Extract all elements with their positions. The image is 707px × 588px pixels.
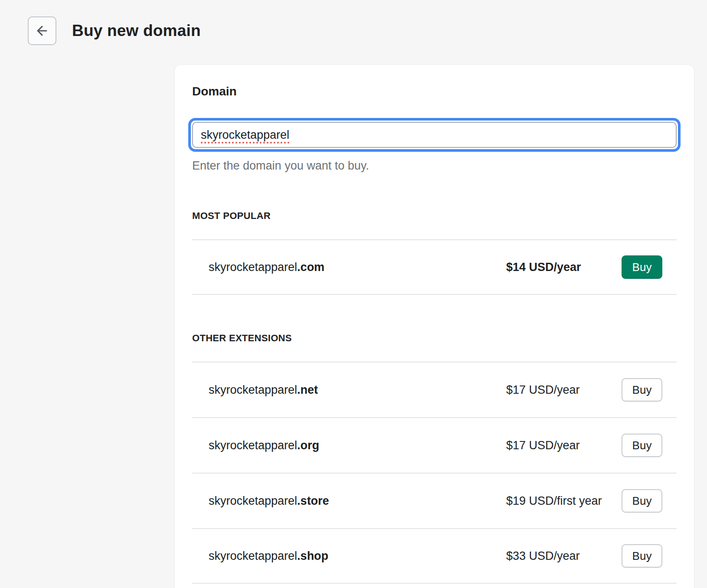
buy-button-shop[interactable]: Buy — [622, 544, 662, 568]
section-most-popular-label: MOST POPULAR — [192, 210, 677, 222]
domain-input-value: skyrocketapparel — [201, 128, 289, 142]
domain-name-store: skyrocketapparel.store — [209, 494, 506, 508]
domain-tld: .org — [297, 439, 319, 452]
domain-section-heading: Domain — [192, 84, 677, 99]
domain-prefix: skyrocketapparel — [209, 261, 297, 274]
buy-domain-card: Domain skyrocketapparel Enter the domain… — [175, 65, 694, 588]
domain-price-shop: $33 USD/year — [506, 549, 622, 563]
buy-button-com[interactable]: Buy — [622, 255, 662, 279]
domain-row-com: skyrocketapparel.com $14 USD/year Buy — [192, 239, 677, 295]
page-title: Buy new domain — [72, 22, 201, 40]
other-extensions-rows: skyrocketapparel.net $17 USD/year Buy sk… — [192, 362, 677, 584]
buy-button-store[interactable]: Buy — [622, 489, 662, 513]
domain-tld: .net — [297, 383, 318, 396]
most-popular-rows: skyrocketapparel.com $14 USD/year Buy — [192, 239, 677, 295]
page-header: Buy new domain — [0, 0, 707, 45]
domain-price-org: $17 USD/year — [506, 439, 622, 452]
domain-tld: .shop — [297, 549, 328, 562]
domain-search-input[interactable]: skyrocketapparel — [192, 122, 677, 148]
buy-button-org[interactable]: Buy — [622, 434, 662, 457]
domain-prefix: skyrocketapparel — [209, 439, 297, 452]
section-other-extensions: OTHER EXTENSIONS skyrocketapparel.net $1… — [192, 332, 677, 584]
domain-name-net: skyrocketapparel.net — [209, 383, 506, 397]
domain-prefix: skyrocketapparel — [209, 549, 297, 562]
domain-row-org: skyrocketapparel.org $17 USD/year Buy — [192, 417, 677, 473]
arrow-left-icon — [35, 23, 49, 38]
domain-price-store: $19 USD/first year — [506, 494, 622, 508]
buy-button-net[interactable]: Buy — [622, 378, 662, 402]
domain-input-help-text: Enter the domain you want to buy. — [192, 159, 677, 173]
domain-tld: .store — [297, 494, 329, 507]
domain-price-com: $14 USD/year — [506, 261, 622, 274]
domain-row-shop: skyrocketapparel.shop $33 USD/year Buy — [192, 528, 677, 584]
domain-name-org: skyrocketapparel.org — [209, 439, 506, 452]
domain-name-shop: skyrocketapparel.shop — [209, 549, 506, 563]
domain-prefix: skyrocketapparel — [209, 383, 297, 396]
back-button[interactable] — [28, 16, 56, 45]
section-other-extensions-label: OTHER EXTENSIONS — [192, 332, 677, 344]
domain-name-com: skyrocketapparel.com — [209, 261, 506, 274]
domain-tld: .com — [297, 261, 324, 274]
domain-price-net: $17 USD/year — [506, 383, 622, 397]
domain-input-focus-ring: skyrocketapparel — [188, 118, 681, 152]
domain-row-store: skyrocketapparel.store $19 USD/first yea… — [192, 473, 677, 528]
domain-prefix: skyrocketapparel — [209, 494, 297, 507]
section-most-popular: MOST POPULAR skyrocketapparel.com $14 US… — [192, 210, 677, 295]
domain-row-net: skyrocketapparel.net $17 USD/year Buy — [192, 362, 677, 417]
